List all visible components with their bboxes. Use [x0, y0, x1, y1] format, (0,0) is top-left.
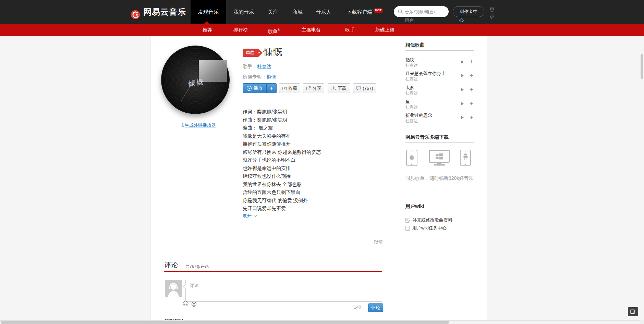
nav-item-my-music[interactable]: 我的音乐 [232, 0, 256, 24]
doc-icon[interactable] [405, 226, 410, 232]
search-input[interactable]: 音乐/视频/电台/ [394, 6, 449, 17]
similar-song-title[interactable]: 折叠过的思念 [405, 112, 457, 119]
lyric-line: 先开口说爱却先不爱 [243, 204, 387, 213]
similar-song-title[interactable]: 月光总会落在你身上 [405, 71, 457, 77]
iphone-icon[interactable] [406, 150, 417, 167]
add-icon[interactable]: + [470, 101, 473, 106]
expand-lyrics-link[interactable]: 展开 [243, 213, 257, 219]
creator-center-label-overflow: 心 [459, 17, 464, 23]
wiki-item-edit-song-info[interactable]: 补充或修改歌曲资料 [412, 217, 452, 223]
nav-item-store[interactable]: 商城 [291, 0, 304, 24]
vertical-scrollbar-thumb[interactable] [641, 54, 643, 79]
lyric-line: 也许都是命运中的安排 [243, 164, 387, 173]
similar-song-title[interactable]: 鱼 [405, 99, 457, 105]
horizontal-scrollbar-thumb[interactable] [1, 321, 449, 324]
album-row: 所属专辑：慷慨 [243, 74, 276, 80]
similar-song-artist[interactable]: 杜宣达 [405, 90, 418, 96]
album-link[interactable]: 慷慨 [267, 74, 276, 79]
similar-song-artist[interactable]: 杜宣达 [405, 63, 418, 68]
play-triangle-icon[interactable] [461, 116, 464, 119]
add-icon[interactable]: + [470, 87, 473, 92]
similar-songs-divider [405, 50, 474, 51]
comment-submit-button[interactable]: 评论 [368, 303, 383, 312]
similar-song-artist[interactable]: 杜宣达 [405, 76, 418, 82]
expand-label: 展开 [243, 213, 252, 218]
similar-song-artist[interactable]: 杜宣达 [405, 104, 418, 110]
comment-count-label: (767) [363, 86, 373, 91]
main-sidebar-divider [401, 36, 401, 324]
similar-songs-title: 相似歌曲 [405, 42, 474, 48]
lyric-line: 编曲： 殷之耀 [243, 124, 387, 132]
lyrics-block: 作词：梨脆脆/张昊玥 作曲：梨脆脆/张昊玥 编曲： 殷之耀 我像是无关紧要的存在… [243, 108, 387, 213]
similar-song-title[interactable]: 太多 [405, 85, 457, 91]
song-title: 慷慨 [264, 46, 282, 58]
scrollbar-corner [640, 320, 644, 324]
hot-badge: HOT [374, 8, 383, 13]
single-type-badge-dot [258, 52, 260, 53]
subnav-item-artists[interactable]: 歌手 [345, 24, 355, 36]
share-icon [306, 86, 311, 90]
emoji-icon[interactable] [183, 301, 189, 308]
share-button[interactable]: 分享 [303, 83, 324, 93]
artist-label: 歌手： [243, 64, 257, 69]
artist-link[interactable]: 杜宣达 [257, 64, 271, 69]
creator-center-button[interactable]: 创作者中 [453, 6, 484, 17]
nav-item-download-client[interactable]: 下载客户端 [345, 0, 374, 24]
download-divider [405, 142, 474, 143]
logo-title[interactable]: 网易云音乐 [143, 7, 186, 17]
external-player-link[interactable]: ♫生成外链播放器 [181, 122, 216, 128]
add-icon[interactable]: + [470, 60, 473, 64]
subnav-item-charts[interactable]: 排行榜 [233, 24, 248, 36]
subnav-item-new-albums[interactable]: 新碟上架 [375, 24, 394, 36]
subnav-item-radio[interactable]: 主播电台 [302, 24, 321, 36]
play-triangle-icon[interactable] [461, 88, 464, 91]
add-icon[interactable]: + [470, 115, 473, 120]
search-placeholder-overflow: 用户 [405, 17, 414, 24]
mention-at-icon[interactable]: @ [191, 300, 197, 307]
artist-row: 歌手：杜宣达 [243, 64, 271, 70]
wiki-item-task-center[interactable]: 用户wiki任务中心 [412, 225, 447, 231]
netease-logo-icon[interactable] [131, 10, 140, 20]
subnav-item-playlists-label: 歌单 [268, 28, 278, 34]
play-button[interactable]: 播放 [243, 83, 266, 93]
similar-song-title[interactable]: 指纹 [405, 57, 457, 63]
subnav-item-recommend[interactable]: 推荐 [203, 24, 212, 36]
chevron-down-icon [254, 213, 257, 218]
avatar[interactable] [165, 280, 182, 297]
comments-title: 评论 [164, 260, 178, 270]
lyric-line: 作词：梨脆脆/张昊玥 [243, 108, 387, 116]
nav-item-discover[interactable]: 发现音乐 [191, 0, 226, 24]
nav-item-follow[interactable]: 关注 [267, 0, 279, 24]
download-button[interactable]: 下载 [328, 83, 350, 93]
album-label: 所属专辑： [243, 74, 267, 79]
comment-count-button[interactable]: (767) [353, 83, 376, 93]
report-error-link[interactable]: 报错 [374, 239, 383, 245]
subnav-item-playlists[interactable]: 歌单® [268, 24, 280, 36]
comment-placeholder: 评论 [190, 283, 199, 289]
feedback-button[interactable] [628, 307, 638, 316]
netease-song-page: 网易云音乐 发现音乐 我的音乐 关注 商城 音乐人 下载客户端 HOT 音乐/视… [0, 0, 644, 324]
add-to-playlist-button[interactable]: + [266, 83, 277, 93]
favorite-button-label: 收藏 [289, 85, 297, 91]
play-triangle-icon[interactable] [461, 102, 464, 105]
favorite-button[interactable]: 收藏 [279, 83, 300, 93]
pc-icon[interactable] [429, 150, 450, 167]
play-triangle-icon[interactable] [461, 74, 464, 77]
lyric-line: 继续守候也没什么期待 [243, 172, 387, 180]
login-button[interactable]: 登 录 [489, 7, 495, 20]
comment-bubble-icon [356, 86, 361, 90]
lyric-line: 就连分手也说的不明不白 [243, 156, 387, 164]
nav-item-musician[interactable]: 音乐人 [314, 0, 333, 24]
comment-input[interactable]: 评论 [185, 280, 382, 302]
feedback-icon [630, 309, 636, 314]
wiki-divider [405, 212, 474, 212]
sub-navbar [0, 24, 644, 36]
similar-song-artist[interactable]: 杜宣达 [405, 118, 418, 124]
android-icon[interactable] [460, 150, 471, 167]
play-triangle-icon[interactable] [461, 60, 464, 64]
lyric-line: 倾尽所有只换来 你越来越敷衍的姿态 [243, 148, 387, 157]
add-icon[interactable]: + [470, 73, 473, 78]
lyric-line: 作曲：梨脆脆/张昊玥 [243, 116, 387, 124]
comments-count: 共767条评论 [185, 264, 209, 270]
edit-doc-icon[interactable] [405, 218, 410, 224]
